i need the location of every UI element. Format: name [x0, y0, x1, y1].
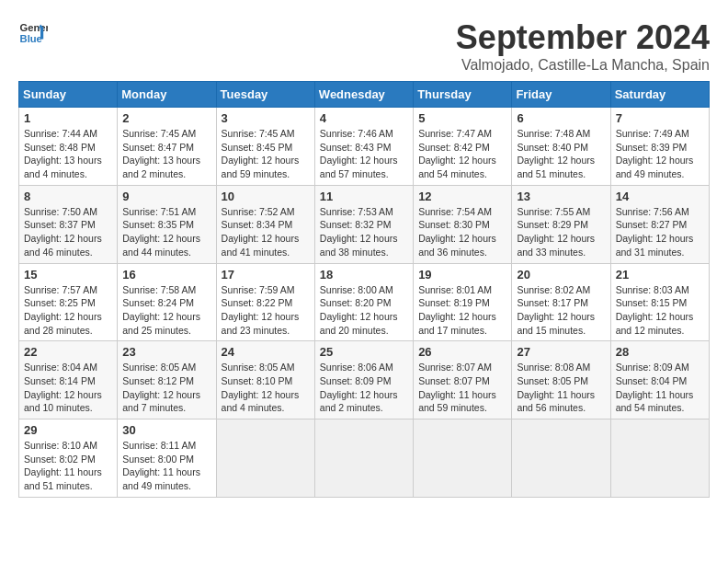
- table-row: 13Sunrise: 7:55 AMSunset: 8:29 PMDayligh…: [512, 185, 610, 263]
- table-row: 6Sunrise: 7:48 AMSunset: 8:40 PMDaylight…: [512, 108, 610, 186]
- day-details: Sunrise: 8:07 AMSunset: 8:07 PMDaylight:…: [418, 361, 506, 415]
- day-details: Sunrise: 7:48 AMSunset: 8:40 PMDaylight:…: [517, 127, 605, 181]
- table-row: 18Sunrise: 8:00 AMSunset: 8:20 PMDayligh…: [314, 263, 413, 341]
- table-row: 30Sunrise: 8:11 AMSunset: 8:00 PMDayligh…: [118, 419, 216, 498]
- table-row: 29Sunrise: 8:10 AMSunset: 8:02 PMDayligh…: [19, 419, 118, 498]
- table-row: 2Sunrise: 7:45 AMSunset: 8:47 PMDaylight…: [118, 108, 216, 186]
- day-details: Sunrise: 7:44 AMSunset: 8:48 PMDaylight:…: [24, 127, 112, 181]
- logo: General Blue: [18, 18, 48, 48]
- day-number: 8: [24, 190, 112, 203]
- day-number: 4: [320, 111, 408, 125]
- day-number: 21: [616, 268, 704, 282]
- title-section: September 2024 Valmojado, Castille-La Ma…: [456, 18, 710, 74]
- day-number: 28: [616, 345, 704, 359]
- table-row: [512, 419, 610, 498]
- day-number: 30: [122, 423, 210, 437]
- day-details: Sunrise: 8:06 AMSunset: 8:09 PMDaylight:…: [320, 361, 408, 415]
- table-row: [610, 419, 709, 498]
- day-details: Sunrise: 8:02 AMSunset: 8:17 PMDaylight:…: [517, 283, 605, 338]
- table-row: 9Sunrise: 7:51 AMSunset: 8:35 PMDaylight…: [118, 185, 216, 263]
- table-row: 22Sunrise: 8:04 AMSunset: 8:14 PMDayligh…: [19, 341, 118, 419]
- day-details: Sunrise: 8:05 AMSunset: 8:10 PMDaylight:…: [222, 361, 310, 415]
- col-saturday: Saturday: [610, 82, 709, 108]
- table-row: 21Sunrise: 8:03 AMSunset: 8:15 PMDayligh…: [610, 263, 709, 341]
- day-details: Sunrise: 8:09 AMSunset: 8:04 PMDaylight:…: [616, 361, 704, 415]
- day-number: 9: [122, 190, 210, 203]
- table-row: [216, 419, 314, 498]
- col-wednesday: Wednesday: [314, 82, 413, 108]
- day-details: Sunrise: 7:53 AMSunset: 8:32 PMDaylight:…: [320, 205, 408, 259]
- table-row: 5Sunrise: 7:47 AMSunset: 8:42 PMDaylight…: [414, 108, 512, 186]
- table-row: 15Sunrise: 7:57 AMSunset: 8:25 PMDayligh…: [19, 263, 118, 341]
- col-sunday: Sunday: [19, 82, 118, 108]
- day-number: 17: [222, 268, 310, 282]
- calendar-week-row: 22Sunrise: 8:04 AMSunset: 8:14 PMDayligh…: [19, 341, 710, 419]
- table-row: 23Sunrise: 8:05 AMSunset: 8:12 PMDayligh…: [118, 341, 216, 419]
- day-details: Sunrise: 8:11 AMSunset: 8:00 PMDaylight:…: [122, 439, 210, 493]
- table-row: 17Sunrise: 7:59 AMSunset: 8:22 PMDayligh…: [216, 263, 314, 341]
- day-number: 5: [418, 111, 506, 125]
- day-details: Sunrise: 7:58 AMSunset: 8:24 PMDaylight:…: [122, 283, 210, 338]
- col-thursday: Thursday: [414, 82, 512, 108]
- day-number: 6: [517, 111, 605, 125]
- day-details: Sunrise: 7:47 AMSunset: 8:42 PMDaylight:…: [418, 127, 506, 181]
- day-number: 12: [418, 190, 506, 203]
- calendar-week-row: 8Sunrise: 7:50 AMSunset: 8:37 PMDaylight…: [19, 185, 710, 263]
- svg-text:General: General: [20, 22, 48, 33]
- calendar-week-row: 1Sunrise: 7:44 AMSunset: 8:48 PMDaylight…: [19, 108, 710, 186]
- calendar-table: Sunday Monday Tuesday Wednesday Thursday…: [18, 81, 710, 498]
- table-row: 12Sunrise: 7:54 AMSunset: 8:30 PMDayligh…: [414, 185, 512, 263]
- table-row: 14Sunrise: 7:56 AMSunset: 8:27 PMDayligh…: [610, 185, 709, 263]
- day-number: 10: [222, 190, 310, 203]
- calendar-week-row: 15Sunrise: 7:57 AMSunset: 8:25 PMDayligh…: [19, 263, 710, 341]
- day-number: 2: [122, 111, 210, 125]
- day-details: Sunrise: 7:54 AMSunset: 8:30 PMDaylight:…: [418, 205, 506, 259]
- table-row: 11Sunrise: 7:53 AMSunset: 8:32 PMDayligh…: [314, 185, 413, 263]
- day-details: Sunrise: 7:51 AMSunset: 8:35 PMDaylight:…: [122, 205, 210, 259]
- table-row: 16Sunrise: 7:58 AMSunset: 8:24 PMDayligh…: [118, 263, 216, 341]
- day-number: 29: [24, 423, 112, 437]
- day-number: 14: [616, 190, 704, 203]
- table-row: 24Sunrise: 8:05 AMSunset: 8:10 PMDayligh…: [216, 341, 314, 419]
- table-row: 1Sunrise: 7:44 AMSunset: 8:48 PMDaylight…: [19, 108, 118, 186]
- day-number: 26: [418, 345, 506, 359]
- month-title: September 2024: [456, 18, 710, 57]
- day-number: 19: [418, 268, 506, 282]
- table-row: 10Sunrise: 7:52 AMSunset: 8:34 PMDayligh…: [216, 185, 314, 263]
- table-row: 27Sunrise: 8:08 AMSunset: 8:05 PMDayligh…: [512, 341, 610, 419]
- svg-text:Blue: Blue: [20, 33, 42, 44]
- day-details: Sunrise: 8:00 AMSunset: 8:20 PMDaylight:…: [320, 283, 408, 338]
- day-details: Sunrise: 8:05 AMSunset: 8:12 PMDaylight:…: [122, 361, 210, 415]
- day-number: 22: [24, 345, 112, 359]
- day-number: 27: [517, 345, 605, 359]
- calendar-week-row: 29Sunrise: 8:10 AMSunset: 8:02 PMDayligh…: [19, 419, 710, 498]
- day-details: Sunrise: 7:55 AMSunset: 8:29 PMDaylight:…: [517, 205, 605, 259]
- page-header: General Blue September 2024 Valmojado, C…: [18, 18, 710, 74]
- day-details: Sunrise: 8:04 AMSunset: 8:14 PMDaylight:…: [24, 361, 112, 415]
- table-row: 19Sunrise: 8:01 AMSunset: 8:19 PMDayligh…: [414, 263, 512, 341]
- table-row: 8Sunrise: 7:50 AMSunset: 8:37 PMDaylight…: [19, 185, 118, 263]
- calendar-header-row: Sunday Monday Tuesday Wednesday Thursday…: [19, 82, 710, 108]
- day-details: Sunrise: 7:46 AMSunset: 8:43 PMDaylight:…: [320, 127, 408, 181]
- day-details: Sunrise: 7:45 AMSunset: 8:45 PMDaylight:…: [222, 127, 310, 181]
- table-row: 3Sunrise: 7:45 AMSunset: 8:45 PMDaylight…: [216, 108, 314, 186]
- table-row: [414, 419, 512, 498]
- day-number: 1: [24, 111, 112, 125]
- logo-icon: General Blue: [18, 18, 48, 48]
- table-row: 26Sunrise: 8:07 AMSunset: 8:07 PMDayligh…: [414, 341, 512, 419]
- day-details: Sunrise: 7:49 AMSunset: 8:39 PMDaylight:…: [616, 127, 704, 181]
- day-number: 25: [320, 345, 408, 359]
- day-details: Sunrise: 8:03 AMSunset: 8:15 PMDaylight:…: [616, 283, 704, 338]
- day-number: 16: [122, 268, 210, 282]
- day-number: 18: [320, 268, 408, 282]
- day-details: Sunrise: 7:52 AMSunset: 8:34 PMDaylight:…: [222, 205, 310, 259]
- day-details: Sunrise: 7:59 AMSunset: 8:22 PMDaylight:…: [222, 283, 310, 338]
- day-number: 24: [222, 345, 310, 359]
- day-number: 3: [222, 111, 310, 125]
- col-friday: Friday: [512, 82, 610, 108]
- day-details: Sunrise: 8:01 AMSunset: 8:19 PMDaylight:…: [418, 283, 506, 338]
- table-row: 7Sunrise: 7:49 AMSunset: 8:39 PMDaylight…: [610, 108, 709, 186]
- day-number: 15: [24, 268, 112, 282]
- day-number: 23: [122, 345, 210, 359]
- day-number: 20: [517, 268, 605, 282]
